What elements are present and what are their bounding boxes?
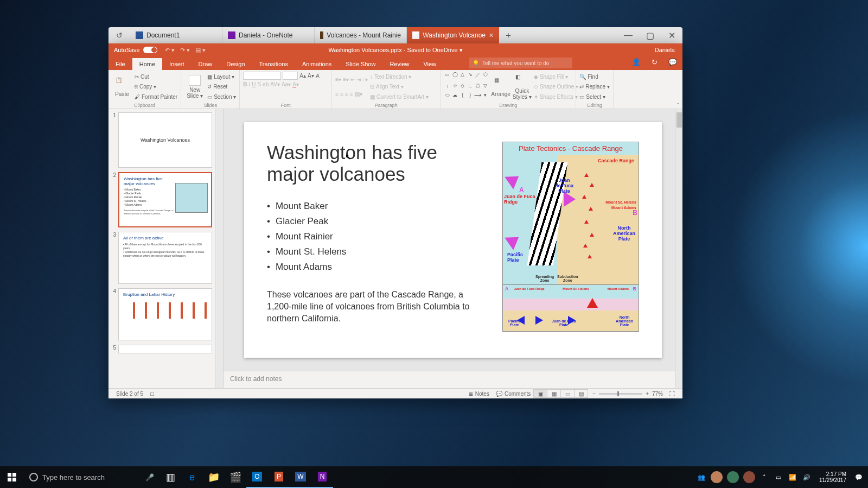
align-right-button[interactable]: ≡	[345, 91, 348, 97]
slide-thumbnail-pane[interactable]: 1 Washington Volcanoes 2 Washington has …	[108, 109, 224, 388]
tab-file[interactable]: File	[108, 58, 132, 70]
sets-tab-powerpoint-active[interactable]: Washington Volcanoe ✕	[407, 27, 499, 43]
slideshow-view-button[interactable]: ▤	[574, 389, 588, 398]
tab-insert[interactable]: Insert	[162, 58, 192, 70]
italic-button[interactable]: I	[249, 81, 251, 87]
decrease-font-button[interactable]: A▾	[308, 73, 314, 79]
reading-view-button[interactable]: ▭	[560, 389, 575, 398]
tab-slide-show[interactable]: Slide Show	[339, 58, 382, 70]
scrollbar-thumb[interactable]	[676, 112, 682, 128]
reset-button[interactable]: ↺Reset	[207, 83, 236, 91]
tab-home[interactable]: Home	[132, 58, 162, 70]
slide-body-text[interactable]: These volcanoes are part of the Cascade …	[267, 289, 488, 325]
slide-indicator[interactable]: Slide 2 of 5	[116, 391, 143, 397]
comments-icon[interactable]: 💬	[668, 58, 677, 66]
onenote-taskbar-icon[interactable]: N	[311, 466, 333, 488]
clear-formatting-button[interactable]: A̸	[316, 73, 320, 79]
increase-font-button[interactable]: A▴	[299, 73, 306, 79]
slide-text-placeholder[interactable]: Washington has five major volcanoes ↖ Mo…	[267, 142, 488, 338]
shape-effects-button[interactable]: ✦Shape Effects ▾	[534, 92, 578, 101]
strikethrough-button[interactable]: S	[258, 81, 261, 87]
current-slide[interactable]: Washington has five major volcanoes ↖ Mo…	[244, 122, 662, 358]
arrange-button[interactable]: ▦Arrange	[491, 72, 510, 102]
file-explorer-icon[interactable]: 📁	[203, 466, 225, 488]
select-button[interactable]: ▭Select ▾	[579, 92, 609, 101]
slide-bullet[interactable]: Mount St. Helens	[267, 244, 488, 259]
slide-bullet[interactable]: Glacier Peak	[267, 214, 488, 229]
fit-to-window-button[interactable]: ⛶	[669, 391, 675, 397]
notes-pane[interactable]: Click to add notes	[224, 371, 682, 388]
underline-button[interactable]: U	[252, 81, 256, 87]
tab-draw[interactable]: Draw	[192, 58, 220, 70]
align-text-button[interactable]: ⊟Align Text ▾	[370, 83, 429, 91]
justify-button[interactable]: ≡	[350, 91, 353, 97]
bold-button[interactable]: B	[243, 81, 247, 87]
sorter-view-button[interactable]: ▦	[547, 389, 561, 398]
slide-thumbnail-4[interactable]: Eruption and Lahar History	[118, 288, 212, 340]
powerpoint-taskbar-icon[interactable]: P	[268, 466, 290, 488]
sets-tab-onenote[interactable]: Daniela - OneNote	[222, 27, 315, 43]
sets-tab-nps[interactable]: Volcanoes - Mount Rainie	[315, 27, 407, 43]
numbering-button[interactable]: ≡▾	[343, 77, 349, 83]
shape-fill-button[interactable]: ◆Shape Fill ▾	[534, 73, 578, 81]
people-avatar[interactable]	[727, 471, 739, 483]
maximize-button[interactable]: ▢	[639, 27, 661, 43]
slide-thumbnail-3[interactable]: All of them are active • All of them exc…	[118, 232, 212, 284]
mic-icon[interactable]: 🎤	[145, 473, 154, 481]
minimize-button[interactable]: —	[617, 27, 639, 43]
find-button[interactable]: 🔍Find	[579, 73, 609, 81]
volume-icon[interactable]: 🔊	[802, 474, 812, 481]
shapes-gallery[interactable]: ▭◯△↘／⬡ ↓☆◇∟⬠▽ ⬭☁{}⟶▾	[444, 72, 489, 102]
slide-bullet[interactable]: Mount Rainier	[267, 229, 488, 244]
tab-design[interactable]: Design	[219, 58, 252, 70]
movies-icon[interactable]: 🎬	[225, 466, 246, 488]
zoom-in-button[interactable]: +	[646, 391, 649, 397]
edge-icon[interactable]: e	[181, 466, 203, 488]
smartart-button[interactable]: ▦Convert to SmartArt ▾	[370, 92, 429, 101]
font-size-combo[interactable]	[283, 72, 298, 80]
layout-button[interactable]: ▦Layout ▾	[207, 73, 236, 81]
tab-view[interactable]: View	[416, 58, 443, 70]
sets-new-tab-button[interactable]: ＋	[499, 27, 518, 43]
history-icon[interactable]: ↻	[652, 58, 658, 66]
slide-title[interactable]: Washington has five major volcanoes	[267, 142, 488, 186]
shape-outline-button[interactable]: ◇Shape Outline ▾	[534, 83, 578, 91]
decrease-indent-button[interactable]: ⇤	[350, 77, 355, 83]
increase-indent-button[interactable]: ⇥	[356, 77, 361, 83]
section-button[interactable]: ▭Section ▾	[207, 92, 236, 101]
slide-bullet[interactable]: Mount Baker	[267, 199, 488, 214]
text-direction-button[interactable]: ↕Text Direction ▾	[370, 73, 429, 81]
people-avatar[interactable]	[743, 471, 755, 483]
sets-history-icon[interactable]: ↺	[108, 27, 130, 43]
slide-thumbnail-2[interactable]: Washington has five major volcanoes • Mo…	[118, 172, 212, 227]
action-center-button[interactable]: 💬	[854, 474, 864, 481]
copy-button[interactable]: ⎘Copy ▾	[135, 83, 177, 91]
wifi-icon[interactable]: 📶	[788, 474, 797, 481]
bullets-button[interactable]: ≡▾	[335, 77, 341, 83]
zoom-out-button[interactable]: −	[592, 391, 596, 397]
format-painter-button[interactable]: 🖌Format Painter	[135, 92, 177, 101]
close-icon[interactable]: ✕	[489, 32, 494, 39]
start-button[interactable]	[0, 466, 24, 488]
slide-scrollbar[interactable]	[675, 109, 682, 388]
word-taskbar-icon[interactable]: W	[290, 466, 311, 488]
close-window-button[interactable]: ✕	[661, 27, 682, 43]
accessibility-button[interactable]: ☖	[150, 391, 155, 397]
cut-button[interactable]: ✂Cut	[135, 73, 177, 81]
tab-animations[interactable]: Animations	[295, 58, 339, 70]
tab-review[interactable]: Review	[382, 58, 416, 70]
shadow-button[interactable]: ab	[263, 81, 269, 87]
font-family-combo[interactable]	[243, 72, 281, 80]
tab-transitions[interactable]: Transitions	[252, 58, 295, 70]
replace-button[interactable]: ⇄Replace ▾	[579, 83, 609, 91]
people-button[interactable]: 👥	[697, 474, 706, 481]
tell-me-search[interactable]: 💡 Tell me what you want to do	[469, 58, 572, 68]
font-color-button[interactable]: A▾	[292, 81, 299, 87]
notes-button[interactable]: ≣Notes	[469, 391, 489, 397]
normal-view-button[interactable]: ▣	[533, 389, 547, 398]
account-icon[interactable]: 👤	[632, 58, 641, 66]
taskbar-clock[interactable]: 2:17 PM 11/29/2017	[819, 471, 846, 484]
battery-icon[interactable]: ▭	[774, 474, 783, 481]
slide-bullet-list[interactable]: Mount Baker Glacier Peak Mount Rainier M…	[267, 199, 488, 275]
slide-bullet[interactable]: Mount Adams	[267, 259, 488, 275]
